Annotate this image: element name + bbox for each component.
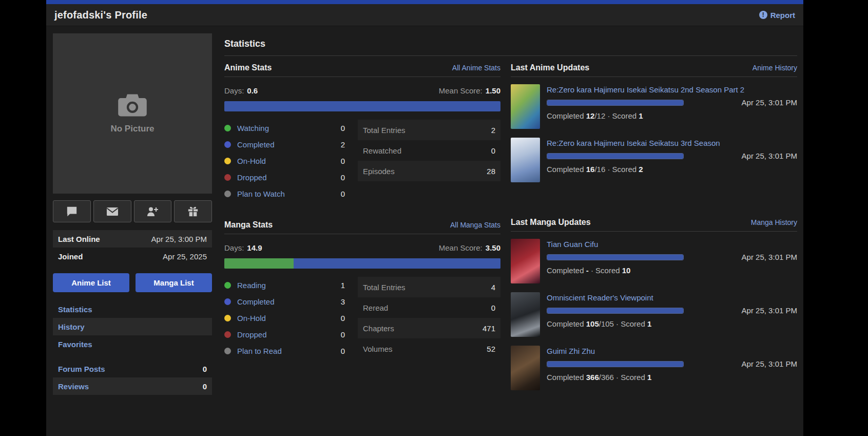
- onhold-manga-link[interactable]: On-Hold: [237, 314, 341, 323]
- reviews-link[interactable]: Reviews: [58, 382, 89, 391]
- manga-total-entries-row: Total Entries 4: [358, 277, 500, 297]
- manga-cover-thumbnail[interactable]: [511, 292, 540, 337]
- profile-counts: Forum Posts 0 Reviews 0: [53, 360, 212, 395]
- anime-mean-value: 1.50: [486, 86, 500, 95]
- favorites-link[interactable]: Favorites: [58, 340, 92, 349]
- message-button[interactable]: [93, 200, 131, 222]
- report-link[interactable]: ! Report: [759, 11, 795, 20]
- anime-list-button[interactable]: Anime List: [53, 273, 129, 292]
- manga-stats-section: Manga Stats All Manga Stats Days:14.9 Me…: [224, 213, 500, 359]
- manga-title-link[interactable]: Guimi Zhi Zhu: [547, 347, 797, 355]
- dropped-link[interactable]: Dropped: [237, 173, 341, 182]
- gift-button[interactable]: [174, 200, 212, 222]
- watching-link[interactable]: Watching: [237, 124, 341, 132]
- total-entries-row: Total Entries 2: [358, 120, 500, 140]
- watch-progress-fill: [547, 100, 683, 105]
- status-prefix: Completed: [547, 165, 586, 174]
- reading-count: 1: [341, 281, 345, 290]
- status-prefix: Completed: [547, 111, 586, 120]
- anime-status-bar: [224, 101, 500, 111]
- last-online-row: Last Online Apr 25, 3:00 PM: [53, 230, 212, 248]
- manga-history-link[interactable]: Manga History: [751, 218, 797, 226]
- status-row-watching: Watching 0: [224, 120, 345, 136]
- anime-cover-thumbnail[interactable]: [511, 138, 540, 182]
- profile-nav: Statistics History Favorites: [53, 300, 212, 353]
- chapters-row: Chapters 471: [358, 318, 500, 338]
- profile-action-buttons: [53, 200, 212, 222]
- update-timestamp: Apr 25, 3:01 PM: [742, 253, 797, 261]
- profile-page: jefofadski's Profile ! Report No Picture: [46, 0, 803, 436]
- manga-cover-thumbnail[interactable]: [511, 346, 540, 390]
- last-manga-updates-heading: Last Manga Updates: [511, 218, 591, 227]
- status-mid: /16 · Scored: [594, 165, 639, 174]
- sidebar-item-favorites[interactable]: Favorites: [53, 335, 212, 353]
- chapters-value: 471: [483, 324, 495, 333]
- volumes-row: Volumes 52: [358, 338, 500, 359]
- update-timestamp: Apr 25, 3:01 PM: [742, 306, 797, 315]
- dropped-manga-dot-icon: [224, 331, 231, 338]
- sidebar-item-statistics[interactable]: Statistics: [53, 300, 212, 318]
- history-link[interactable]: History: [58, 323, 85, 331]
- onhold-link[interactable]: On-Hold: [237, 157, 341, 165]
- dropped-manga-link[interactable]: Dropped: [237, 330, 341, 339]
- episodes-row: Episodes 28: [358, 161, 500, 181]
- all-anime-stats-link[interactable]: All Anime Stats: [452, 64, 500, 72]
- reviews-count: 0: [203, 382, 207, 391]
- onhold-count: 0: [341, 157, 345, 165]
- manga-cover-thumbnail[interactable]: [511, 239, 540, 283]
- camera-icon: [117, 93, 148, 118]
- manga-days-value: 14.9: [247, 243, 262, 252]
- comment-button[interactable]: [53, 200, 91, 222]
- status-mid: · Scored: [589, 266, 622, 275]
- onhold-manga-dot-icon: [224, 315, 231, 321]
- page-header: jefofadski's Profile ! Report: [46, 4, 803, 26]
- anime-cover-thumbnail[interactable]: [511, 84, 540, 129]
- forum-posts-link[interactable]: Forum Posts: [58, 365, 105, 373]
- profile-picture-placeholder: No Picture: [53, 33, 212, 194]
- volumes-label: Volumes: [363, 345, 393, 353]
- onhold-manga-count: 0: [341, 314, 345, 323]
- anime-update-item: Re:Zero kara Hajimeru Isekai Seikatsu 2n…: [511, 84, 797, 131]
- manga-days-label: Days:: [224, 243, 244, 252]
- status-row-completed: Completed 2: [224, 136, 345, 153]
- all-manga-stats-link[interactable]: All Manga Stats: [450, 221, 500, 229]
- completed-manga-link[interactable]: Completed: [237, 297, 341, 306]
- manga-list-button[interactable]: Manga List: [136, 273, 212, 292]
- anime-title-link[interactable]: Re:Zero kara Hajimeru Isekai Seikatsu 3r…: [547, 139, 797, 147]
- last-manga-updates-section: Last Manga Updates Manga History Tian Gu…: [511, 211, 797, 393]
- status-row-plan-to-read: Plan to Read 0: [224, 343, 345, 359]
- anime-history-link[interactable]: Anime History: [753, 64, 797, 72]
- manga-update-item: Tian Guan Cifu Apr 25, 3:01 PM Complet: [511, 239, 797, 286]
- manga-mean-value: 3.50: [486, 243, 500, 252]
- status-mid: /12 · Scored: [594, 111, 639, 120]
- completed-dot-icon: [224, 141, 231, 148]
- plan-to-read-link[interactable]: Plan to Read: [237, 347, 341, 355]
- reread-label: Reread: [363, 304, 388, 312]
- reread-value: 0: [491, 304, 495, 312]
- add-friend-icon: [146, 206, 159, 217]
- status-row-onhold-manga: On-Hold 0: [224, 310, 345, 326]
- completed-manga-dot-icon: [224, 298, 231, 305]
- completed-link[interactable]: Completed: [237, 140, 341, 149]
- manga-title-link[interactable]: Tian Guan Cifu: [547, 240, 797, 249]
- plan-to-watch-link[interactable]: Plan to Watch: [237, 189, 341, 198]
- friend-request-button[interactable]: [134, 200, 172, 222]
- reading-link[interactable]: Reading: [237, 281, 341, 290]
- joined-row: Joined Apr 25, 2025: [53, 248, 212, 265]
- manga-status-list: Reading 1 Completed 3: [224, 277, 345, 359]
- reading-dot-icon: [224, 282, 231, 289]
- manga-stats-heading: Manga Stats: [224, 220, 273, 230]
- dropped-manga-count: 0: [341, 330, 345, 339]
- sidebar-item-history[interactable]: History: [53, 318, 212, 335]
- anime-mean-label: Mean Score:: [439, 86, 483, 95]
- status-row-dropped-manga: Dropped 0: [224, 326, 345, 343]
- forum-posts-row[interactable]: Forum Posts 0: [53, 360, 212, 377]
- statistics-section-title: Statistics: [224, 33, 797, 56]
- chapters-label: Chapters: [363, 324, 394, 333]
- mail-icon: [106, 206, 119, 217]
- anime-title-link[interactable]: Re:Zero kara Hajimeru Isekai Seikatsu 2n…: [547, 85, 797, 94]
- reviews-row[interactable]: Reviews 0: [53, 377, 212, 395]
- manga-title-link[interactable]: Omniscient Reader's Viewpoint: [547, 293, 797, 302]
- gift-icon: [187, 206, 199, 217]
- statistics-link[interactable]: Statistics: [58, 305, 92, 314]
